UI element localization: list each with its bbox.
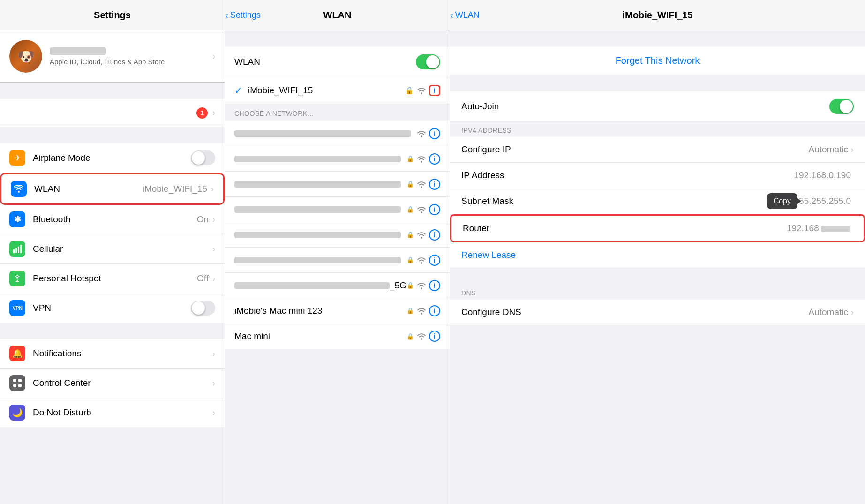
network-info-btn-7[interactable]: i	[429, 280, 440, 291]
control-center-icon	[9, 375, 25, 391]
network-name-blur-6	[234, 257, 401, 263]
wifi-icon-5	[417, 231, 426, 239]
check-mark-icon: ✓	[234, 85, 242, 96]
network-info-btn-4[interactable]: i	[429, 204, 440, 215]
network-row-4[interactable]: 🔒 i	[225, 197, 450, 222]
network-info-btn-1[interactable]: i	[429, 128, 440, 139]
network-info-btn-2[interactable]: i	[429, 153, 440, 165]
lock-icon-5: 🔒	[406, 231, 414, 238]
subnet-mask-value: 255.255.255.0	[794, 196, 851, 206]
wlan-back-button[interactable]: ‹ Settings	[225, 10, 261, 21]
wlan-nav-bar: ‹ Settings WLAN	[225, 0, 450, 30]
auto-join-label: Auto-Join	[461, 101, 829, 112]
network-row-mac-mini[interactable]: Mac mini 🔒 i	[225, 323, 450, 349]
configure-dns-value: Automatic	[809, 307, 848, 317]
wifi-icon-6	[417, 256, 426, 264]
airplane-mode-toggle[interactable]	[191, 150, 215, 165]
cellular-row[interactable]: Cellular ›	[0, 234, 225, 264]
forget-network-button[interactable]: Forget This Network	[450, 47, 865, 75]
network-info-btn-6[interactable]: i	[429, 255, 440, 266]
notifications-label: Notifications	[33, 348, 212, 359]
network-info-btn-9[interactable]: i	[429, 331, 440, 342]
lock-icon: 🔒	[405, 86, 414, 95]
configure-ip-label: Configure IP	[461, 144, 809, 155]
settings-panel: Settings 🐶 Apple ID, iCloud, iTunes & Ap…	[0, 0, 225, 504]
auto-join-toggle[interactable]	[829, 99, 854, 114]
lock-icon-9: 🔒	[406, 333, 414, 340]
wlan-toggle-row[interactable]: WLAN	[225, 47, 450, 77]
detail-back-button[interactable]: ‹ WLAN	[450, 10, 480, 21]
do-not-disturb-chevron: ›	[212, 408, 215, 418]
network-row-mac-mini-123[interactable]: iMobie's Mac mini 123 🔒 i	[225, 298, 450, 323]
wlan-row[interactable]: WLAN iMobie_WIFI_15 ›	[0, 173, 225, 205]
personal-hotspot-label: Personal Hotspot	[33, 273, 197, 284]
network-name-blur-2	[234, 156, 401, 162]
wlan-label: WLAN	[34, 184, 143, 194]
svg-rect-1	[15, 248, 17, 253]
configure-dns-row[interactable]: Configure DNS Automatic ›	[450, 300, 865, 325]
forget-network-label: Forget This Network	[616, 55, 700, 66]
router-value: 192.168	[787, 223, 850, 233]
ipv4-section-header: IPV4 ADDRESS	[450, 122, 865, 137]
personal-hotspot-row[interactable]: Personal Hotspot Off ›	[0, 264, 225, 293]
lock-icon-6: 🔒	[406, 256, 414, 263]
settings-group-system: 🔔 Notifications › Control Center › 🌙	[0, 339, 225, 427]
auto-join-row[interactable]: Auto-Join	[450, 91, 865, 122]
svg-rect-5	[13, 379, 16, 382]
vpn-row[interactable]: VPN VPN	[0, 293, 225, 323]
configure-dns-chevron: ›	[851, 308, 854, 317]
bluetooth-row[interactable]: ✱ Bluetooth On ›	[0, 205, 225, 234]
notification-row-chevron: ›	[212, 108, 215, 118]
wifi-signal-icon	[417, 87, 426, 94]
wlan-nav-title: WLAN	[234, 10, 440, 21]
svg-rect-8	[18, 384, 22, 387]
network-row-3[interactable]: 🔒 i	[225, 172, 450, 197]
wlan-toggle-switch[interactable]	[416, 54, 440, 69]
wifi-icon-4	[417, 206, 426, 213]
network-mac-mini-123-name: iMobie's Mac mini 123	[234, 306, 406, 316]
detail-back-chevron: ‹	[450, 10, 453, 21]
renew-lease-button[interactable]: Renew Lease	[450, 242, 865, 268]
control-center-row[interactable]: Control Center ›	[0, 369, 225, 398]
dns-section: DNS Configure DNS Automatic ›	[450, 285, 865, 325]
do-not-disturb-row[interactable]: 🌙 Do Not Disturb ›	[0, 398, 225, 427]
vpn-toggle[interactable]	[191, 301, 215, 316]
profile-name-blur	[50, 47, 106, 55]
network-row-5g[interactable]: _5G 🔒 i	[225, 273, 450, 298]
notifications-row[interactable]: 🔔 Notifications ›	[0, 339, 225, 369]
airplane-mode-icon: ✈	[9, 150, 25, 166]
airplane-mode-row[interactable]: ✈ Airplane Mode	[0, 143, 225, 173]
router-value-blur	[821, 226, 850, 232]
lock-icon-4: 🔒	[406, 206, 414, 213]
network-icons-9: 🔒 i	[406, 331, 440, 342]
network-name-5g-container: _5G	[234, 280, 406, 291]
configure-ip-row[interactable]: Configure IP Automatic ›	[450, 137, 865, 163]
network-name-blur-4	[234, 206, 401, 213]
do-not-disturb-icon: 🌙	[9, 405, 25, 421]
network-icons-4: 🔒 i	[406, 204, 440, 215]
cellular-icon	[9, 241, 25, 257]
network-info-btn-8[interactable]: i	[429, 305, 440, 316]
control-center-label: Control Center	[33, 378, 212, 388]
connected-network-info-button[interactable]: i	[429, 85, 440, 96]
router-label: Router	[463, 223, 787, 233]
profile-row[interactable]: 🐶 Apple ID, iCloud, iTunes & App Store ›	[0, 30, 225, 83]
network-info-btn-3[interactable]: i	[429, 179, 440, 190]
network-row-1[interactable]: i	[225, 121, 450, 146]
copy-bubble-label[interactable]: Copy	[767, 193, 797, 209]
subnet-mask-label: Subnet Mask	[461, 196, 794, 206]
network-icons-8: 🔒 i	[406, 305, 440, 316]
airplane-mode-label: Airplane Mode	[33, 153, 191, 163]
network-row-6[interactable]: 🔒 i	[225, 248, 450, 273]
network-info-btn-5[interactable]: i	[429, 229, 440, 241]
network-row-5[interactable]: 🔒 i	[225, 222, 450, 248]
bluetooth-value: On	[197, 214, 209, 225]
connected-network-row[interactable]: ✓ iMobie_WIFI_15 🔒 i	[225, 77, 450, 104]
wlan-toggle-label: WLAN	[234, 57, 416, 67]
network-detail-panel: ‹ WLAN iMobie_WIFI_15 Forget This Networ…	[450, 0, 865, 504]
wifi-icon-3	[417, 181, 426, 188]
network-name-blur-1	[234, 130, 411, 137]
notification-row[interactable]: 1 ›	[0, 99, 225, 127]
network-row-2[interactable]: 🔒 i	[225, 146, 450, 172]
svg-point-4	[16, 277, 19, 279]
